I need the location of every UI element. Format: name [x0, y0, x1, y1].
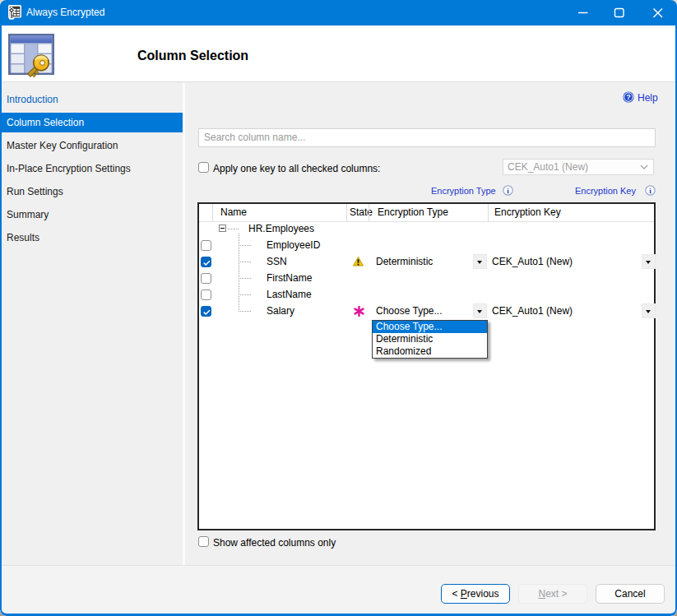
svg-text:?: ?: [626, 93, 631, 101]
